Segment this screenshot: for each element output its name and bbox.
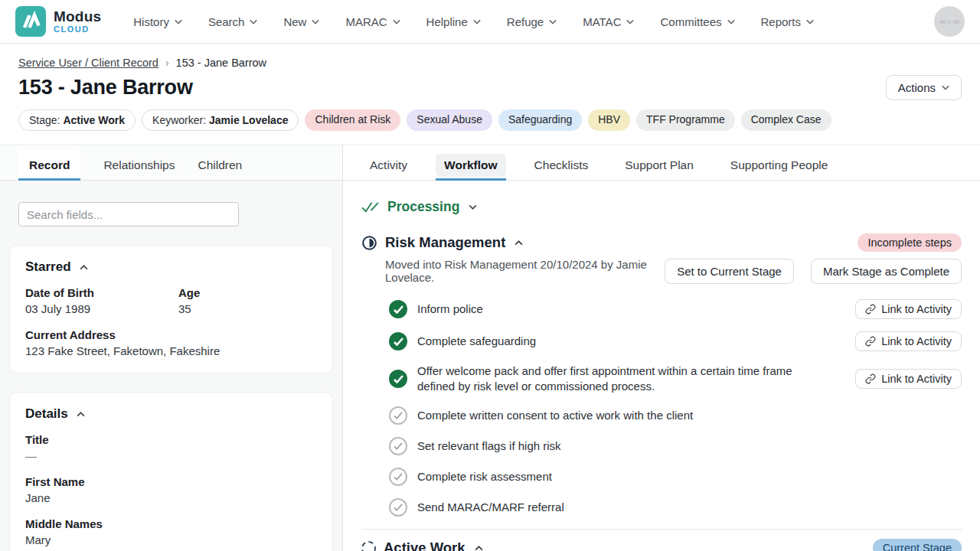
title-row: 153 - Jane Barrow Actions [18,75,962,100]
tab-workflow[interactable]: Workflow [436,150,505,180]
tab-children[interactable]: Children [198,150,242,180]
flag-tag-safeguarding: Safeguarding [498,109,582,131]
menu-label: MARAC [345,15,387,28]
chevron-down-icon [626,19,634,24]
chevron-up-icon[interactable] [514,240,523,246]
field-value: 123 Fake Street, Faketown, Fakeshire [25,344,317,357]
step-label: Set relevant flags if high risk [417,439,561,454]
field-label: Current Address [25,328,317,341]
step-unchecked-icon[interactable] [389,468,407,486]
breadcrumb-parent-link[interactable]: Service User / Client Record [18,57,158,69]
user-avatar[interactable]: 40 x 40 [934,6,965,37]
link-icon [865,304,876,315]
stage-divider [361,529,962,530]
step-complete-safeguarding: Complete safeguarding Link to Activity [389,331,962,351]
step-label: Inform police [417,302,483,317]
chevron-up-icon[interactable] [475,546,483,551]
stage-meta-text: Moved into Risk Management 20/10/2024 by… [385,258,665,284]
menu-item-history[interactable]: History [133,15,182,28]
field-value: Mary [25,533,317,546]
menu-item-matac[interactable]: MATAC [583,15,634,28]
mark-stage-as-complete-button[interactable]: Mark Stage as Complete [811,259,962,284]
stage-steps-list: Inform police Link to Activity Complete … [389,299,962,517]
step-set-relevant-flags: Set relevant flags if high risk [389,437,962,455]
field-label: Title [25,433,317,446]
step-checked-icon[interactable] [389,332,407,350]
tab-record[interactable]: Record [18,150,80,180]
step-checked-icon[interactable] [389,370,407,388]
tab-label: Children [198,158,242,172]
menu-label: Committees [660,15,721,28]
chevron-down-icon [469,204,477,210]
chevron-up-icon [77,412,85,417]
keyworker-pill: Keyworker: Jamie Lovelace [142,109,299,131]
tab-relationships[interactable]: Relationships [103,150,175,180]
tab-label: Relationships [103,158,175,172]
link-to-activity-button[interactable]: Link to Activity [855,369,962,389]
menu-item-helpline[interactable]: Helpline [426,15,481,28]
set-to-current-stage-button[interactable]: Set to Current Stage [665,259,794,284]
tab-support-plan[interactable]: Support Plan [616,150,702,180]
brand-sub: CLOUD [54,25,101,34]
content-area: Record Relationships Children Starred Da… [0,145,980,551]
flag-tag-children-at-risk: Children at Risk [305,109,400,131]
menu-label: MATAC [583,15,621,28]
link-button-label: Link to Activity [881,303,952,315]
tab-supporting-people[interactable]: Supporting People [722,150,837,180]
tab-activity[interactable]: Activity [361,150,416,180]
starred-grid: Date of Birth 03 July 1989 Age 35 [25,286,317,328]
step-label: Complete risk assessment [417,469,552,484]
tab-label: Support Plan [616,154,702,177]
tab-label: Workflow [436,154,505,177]
link-to-activity-button[interactable]: Link to Activity [855,299,962,319]
menu-item-new[interactable]: New [283,15,319,28]
details-card-header[interactable]: Details [25,406,317,422]
status-badge-incomplete-steps: Incomplete steps [858,233,962,252]
step-label: Complete written consent to active work … [417,408,693,423]
step-unchecked-icon[interactable] [389,437,407,455]
menu-item-reports[interactable]: Reports [761,15,815,28]
menu-label: Search [208,15,245,28]
field-first-name: First Name Jane [25,475,317,504]
step-checked-icon[interactable] [389,300,407,318]
right-tabstrip: Activity Workflow Checklists Support Pla… [343,145,980,181]
actions-button[interactable]: Actions [886,75,962,100]
tab-checklists[interactable]: Checklists [526,150,597,180]
search-fields-input[interactable] [18,202,239,227]
field-label: Age [178,286,317,299]
menu-item-committees[interactable]: Committees [660,15,734,28]
field-value: — [25,449,317,462]
menu-label: Reports [761,15,802,28]
modus-logo-icon[interactable] [15,6,46,37]
chevron-down-icon [727,19,735,24]
workflow-group-processing[interactable]: Processing [361,199,962,215]
keyworker-pill-value: Jamie Lovelace [209,114,289,126]
tab-label: Checklists [526,154,597,177]
flag-tag-sexual-abuse: Sexual Abuse [407,109,492,131]
stage-name: Risk Management [385,234,505,251]
step-complete-risk-assessment: Complete risk assessment [389,468,962,486]
field-value: 03 July 1989 [25,302,178,315]
step-complete-written-consent: Complete written consent to active work … [389,406,962,425]
step-inform-police: Inform police Link to Activity [389,299,962,319]
step-unchecked-icon[interactable] [389,498,407,517]
menu-item-search[interactable]: Search [208,15,258,28]
menu-item-refuge[interactable]: Refuge [507,15,557,28]
link-to-activity-button[interactable]: Link to Activity [855,331,962,351]
link-icon [865,336,876,347]
chevron-down-icon [942,85,949,90]
step-unchecked-icon[interactable] [389,406,407,425]
field-age: Age 35 [178,286,317,327]
main-menu: History Search New MARAC Helpline Refuge… [133,15,814,28]
status-badge-current-stage: Current Stage [873,539,962,551]
starred-card-header[interactable]: Starred [25,259,317,275]
left-tabstrip: Record Relationships Children [0,145,342,181]
field-label: First Name [25,475,317,488]
menu-item-marac[interactable]: MARAC [345,15,400,28]
field-current-address: Current Address 123 Fake Street, Faketow… [25,328,317,357]
step-offer-welcome-pack: Offer welcome pack and offer first appoi… [389,364,962,394]
chevron-down-icon [393,19,400,24]
menu-label: Helpline [426,15,468,28]
chevron-down-icon [806,19,814,24]
menu-label: History [133,15,169,28]
